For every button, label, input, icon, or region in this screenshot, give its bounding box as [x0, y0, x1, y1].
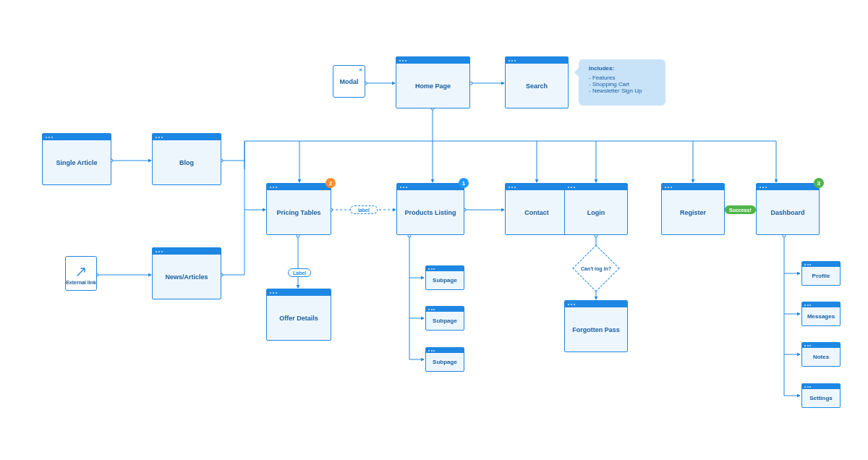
window-dots-icon: [267, 289, 331, 296]
node-products-listing[interactable]: Products Listing: [396, 183, 464, 235]
window-dots-icon: [565, 301, 627, 307]
node-label: Contact: [506, 190, 568, 234]
callout-item: - Shopping Cart: [589, 81, 658, 88]
node-home-page[interactable]: Home Page: [396, 56, 470, 108]
window-dots-icon: [426, 266, 464, 271]
callout-includes[interactable]: Includes: - Features - Shopping Cart - N…: [579, 59, 665, 106]
node-label: Products Listing: [397, 190, 464, 234]
window-dots-icon: [396, 57, 469, 64]
node-label: Can't log in?: [572, 252, 620, 285]
window-dots-icon: [506, 184, 568, 190]
node-label: Subpage: [426, 271, 464, 289]
node-subpage-1[interactable]: Subpage: [425, 265, 464, 290]
edge-label-success[interactable]: Success!: [725, 205, 756, 214]
window-dots-icon: [802, 262, 840, 267]
window-dots-icon: [757, 184, 819, 190]
node-profile[interactable]: Profile: [801, 261, 841, 286]
node-contact[interactable]: Contact: [505, 183, 569, 235]
node-register[interactable]: Register: [661, 183, 725, 235]
window-dots-icon: [43, 134, 111, 140]
window-dots-icon: [802, 384, 840, 389]
node-label: Pricing Tables: [267, 190, 331, 234]
node-label: Blog: [153, 140, 221, 184]
callout-item: - Features: [589, 74, 658, 81]
window-dots-icon: [802, 343, 840, 348]
node-label: Offer Details: [267, 296, 331, 340]
callout-item: - Newsletter Sign Up: [589, 88, 658, 94]
node-label: Subpage: [426, 312, 464, 330]
node-label: Settings: [802, 389, 840, 407]
badge-products[interactable]: 1: [459, 178, 469, 188]
node-label: Messages: [802, 307, 840, 325]
edge-label-dashed[interactable]: _label_: [350, 205, 378, 214]
node-label: Single Article: [43, 140, 111, 184]
node-external-link[interactable]: External link: [65, 256, 97, 291]
node-messages[interactable]: Messages: [801, 302, 841, 326]
edge-label-pill[interactable]: Label: [288, 268, 311, 277]
node-label: Profile: [802, 267, 840, 285]
window-dots-icon: [802, 302, 840, 307]
node-forgotten-pass[interactable]: Forgotten Pass: [564, 300, 628, 352]
window-dots-icon: [267, 184, 331, 190]
external-arrow-icon: [75, 265, 88, 278]
node-label: Modal: [340, 78, 359, 85]
node-login[interactable]: Login: [564, 183, 628, 235]
node-dashboard[interactable]: Dashboard: [756, 183, 820, 235]
node-subpage-3[interactable]: Subpage: [425, 347, 464, 372]
node-settings[interactable]: Settings: [801, 383, 841, 408]
window-dots-icon: [153, 134, 221, 140]
node-label: Login: [565, 190, 627, 234]
window-dots-icon: [153, 248, 221, 255]
node-single-article[interactable]: Single Article: [42, 133, 111, 185]
node-label: External link: [66, 280, 96, 285]
node-label: Home Page: [396, 64, 469, 108]
badge-pricing[interactable]: 2: [326, 178, 336, 188]
node-search[interactable]: Search: [505, 56, 569, 108]
callout-title: Includes:: [589, 65, 658, 72]
window-dots-icon: [426, 348, 464, 353]
node-label: Dashboard: [757, 190, 819, 234]
window-dots-icon: [662, 184, 724, 190]
node-notes[interactable]: Notes: [801, 342, 841, 367]
node-news-articles[interactable]: News/Articles: [152, 247, 221, 299]
window-dots-icon: [397, 184, 464, 190]
node-pricing-tables[interactable]: Pricing Tables: [266, 183, 331, 235]
window-dots-icon: [565, 184, 627, 190]
node-offer-details[interactable]: Offer Details: [266, 289, 331, 341]
node-label: Register: [662, 190, 724, 234]
window-dots-icon: [426, 307, 464, 312]
node-label: Notes: [802, 348, 840, 366]
node-decision-cant-login[interactable]: Can't log in?: [579, 252, 613, 285]
node-label: Subpage: [426, 353, 464, 371]
node-label: Forgotten Pass: [565, 307, 627, 352]
node-subpage-2[interactable]: Subpage: [425, 306, 464, 331]
node-blog[interactable]: Blog: [152, 133, 221, 185]
window-dots-icon: [506, 57, 568, 64]
node-modal[interactable]: Modal: [333, 65, 365, 98]
badge-dashboard[interactable]: 3: [814, 178, 824, 188]
node-label: Search: [506, 64, 568, 108]
sitemap-canvas[interactable]: Home Page Search Modal Includes: - Featu…: [0, 0, 868, 460]
node-label: News/Articles: [153, 255, 221, 299]
